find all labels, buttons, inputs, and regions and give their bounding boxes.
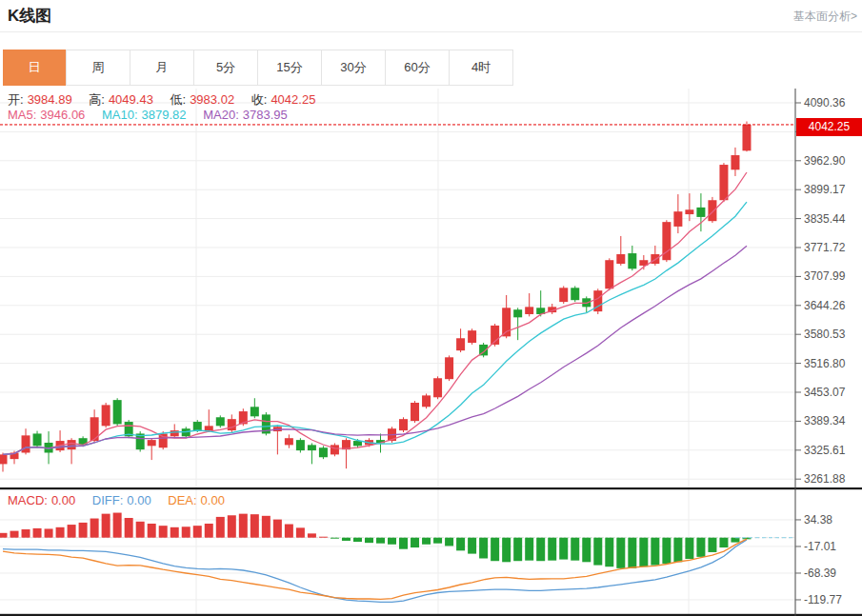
current-price-tag: 4042.25 <box>796 118 862 136</box>
svg-text:3707.99: 3707.99 <box>804 269 846 283</box>
svg-text:3580.53: 3580.53 <box>804 328 846 341</box>
ohlc-info: 开:3984.89 高:4049.43 低:3983.02 收:4042.25 <box>8 91 319 109</box>
svg-text:3453.07: 3453.07 <box>804 386 846 399</box>
low-value: 3983.02 <box>190 92 234 107</box>
tab-day[interactable]: 日 <box>3 50 67 86</box>
high-label: 高: <box>89 92 105 107</box>
dea-label: DEA: <box>168 493 196 507</box>
macd-value: 0.00 <box>51 493 75 507</box>
svg-text:34.38: 34.38 <box>804 513 832 527</box>
tab-week[interactable]: 周 <box>67 50 130 85</box>
diff-value: 0.00 <box>127 493 150 507</box>
ma10-value: 3879.82 <box>142 108 187 122</box>
macd-histogram <box>0 513 751 568</box>
tab-5min[interactable]: 5分 <box>194 50 258 85</box>
macd-info: MACD:0.00 DIFF:0.00 DEA:0.00 <box>8 493 229 507</box>
tab-4hour[interactable]: 4时 <box>450 50 512 85</box>
ma20-value: 3783.95 <box>243 108 288 122</box>
svg-text:-68.39: -68.39 <box>804 566 836 580</box>
dea-value: 0.00 <box>201 493 225 507</box>
svg-text:3771.72: 3771.72 <box>804 241 846 254</box>
svg-text:3325.61: 3325.61 <box>804 444 846 457</box>
tab-30min[interactable]: 30分 <box>322 50 386 85</box>
kline-chart[interactable]: 4090.364026.633962.903899.173835.443771.… <box>0 89 862 616</box>
header-divider <box>0 31 862 32</box>
ma5-value: 3946.06 <box>40 108 85 122</box>
macd-label: MACD: <box>8 493 48 507</box>
high-value: 4049.43 <box>109 92 153 107</box>
svg-text:3389.34: 3389.34 <box>804 414 846 427</box>
tab-month[interactable]: 月 <box>130 50 194 85</box>
ma-info: MA5:3946.06 MA10:3879.82 MA20:3783.95 <box>8 108 291 122</box>
candles <box>0 122 751 472</box>
ma10-label: MA10: <box>102 108 138 122</box>
svg-text:3835.44: 3835.44 <box>804 212 846 226</box>
kline-chart-panel: K线图 基本面分析> 日 周 月 5分 15分 30分 60分 4时 4090.… <box>0 0 862 616</box>
svg-text:-17.01: -17.01 <box>804 540 836 553</box>
pane-divider <box>0 487 862 489</box>
svg-text:3261.88: 3261.88 <box>804 472 846 486</box>
tab-60min[interactable]: 60分 <box>386 50 450 85</box>
ma5-label: MA5: <box>8 108 36 122</box>
svg-text:3962.90: 3962.90 <box>804 154 846 168</box>
open-value: 3984.89 <box>28 92 72 107</box>
open-label: 开: <box>8 92 24 107</box>
svg-text:4090.36: 4090.36 <box>804 96 846 109</box>
low-label: 低: <box>170 92 187 107</box>
price-axis: 4090.364026.633962.903899.173835.443771.… <box>795 89 846 616</box>
svg-text:-119.77: -119.77 <box>804 593 842 606</box>
tab-15min[interactable]: 15分 <box>258 50 322 85</box>
svg-text:3516.80: 3516.80 <box>804 357 846 370</box>
interval-tabs: 日 周 月 5分 15分 30分 60分 4时 <box>3 50 513 86</box>
diff-label: DIFF: <box>92 493 124 507</box>
svg-text:3899.17: 3899.17 <box>804 183 846 196</box>
page-title: K线图 <box>8 5 51 27</box>
close-value: 4042.25 <box>271 92 315 107</box>
svg-text:3644.26: 3644.26 <box>804 299 846 312</box>
close-label: 收: <box>251 92 268 107</box>
chart-area: 4090.364026.633962.903899.173835.443771.… <box>0 89 862 616</box>
fundamental-analysis-link[interactable]: 基本面分析> <box>793 9 857 25</box>
ma20-label: MA20: <box>203 108 239 122</box>
